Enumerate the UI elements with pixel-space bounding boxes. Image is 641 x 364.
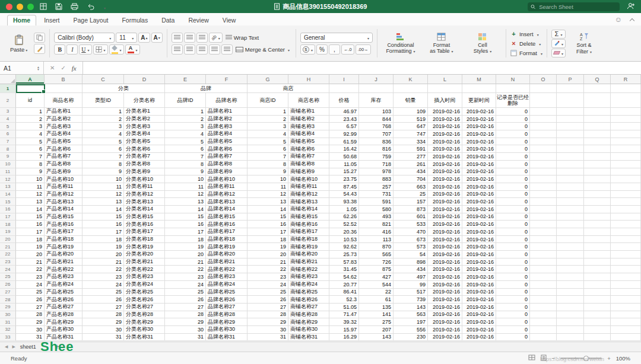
cell[interactable]: 157 [394, 198, 428, 206]
cell[interactable]: 分类名称24 [124, 281, 165, 289]
cell[interactable]: 2019-02-16 [428, 168, 462, 176]
cell[interactable]: 16 [165, 221, 206, 228]
cell[interactable]: 27 [247, 304, 288, 311]
cell[interactable]: 分类名称5 [124, 138, 165, 146]
cell[interactable] [611, 289, 641, 296]
cell[interactable] [611, 296, 641, 304]
cell[interactable]: 产品名称17 [45, 228, 82, 236]
cell[interactable]: 25 [165, 289, 206, 296]
cell[interactable] [557, 228, 584, 236]
cell[interactable] [530, 161, 557, 168]
cell[interactable]: 92.99 [329, 130, 359, 138]
cell[interactable]: 12 [247, 191, 288, 199]
format-cells-button[interactable]: Format [510, 49, 542, 58]
cell[interactable]: 商铺名称11 [288, 183, 329, 191]
cell[interactable]: 2019-02-16 [428, 221, 462, 228]
font-size-select[interactable]: 11 [116, 33, 137, 43]
cell[interactable]: 商铺名称16 [288, 221, 329, 228]
cell[interactable]: 9 [247, 168, 288, 176]
cell[interactable]: 9 [16, 168, 45, 176]
cell[interactable]: 647 [394, 123, 428, 130]
cell[interactable]: 产品名称11 [45, 183, 82, 191]
cell[interactable]: 分类名称20 [124, 251, 165, 258]
cell[interactable]: 2019-02-16 [428, 326, 462, 334]
cell[interactable]: 2019-02-16 [462, 168, 496, 176]
cell[interactable]: 2019-02-16 [428, 108, 462, 116]
row-number[interactable]: 28 [0, 296, 16, 304]
cell[interactable]: 品牌名称17 [206, 228, 247, 236]
undo-button[interactable] [87, 3, 94, 10]
cell[interactable]: 16 [82, 221, 124, 228]
cell[interactable]: 产品名称27 [45, 304, 82, 311]
cell[interactable]: 品牌名称27 [206, 304, 247, 311]
cell[interactable] [359, 84, 394, 93]
prev-sheet-button[interactable]: ◀ [5, 344, 8, 349]
cell[interactable]: 2019-02-16 [462, 130, 496, 138]
cell[interactable]: 25 [394, 191, 428, 199]
cell[interactable]: 2019-02-16 [428, 153, 462, 161]
cell[interactable] [611, 213, 641, 221]
column-header-M[interactable]: M [462, 75, 496, 84]
cell[interactable]: 103 [359, 108, 394, 116]
cell[interactable]: 14 [16, 206, 45, 213]
cell[interactable] [557, 191, 584, 199]
cell[interactable]: 商铺名称29 [288, 318, 329, 326]
cell[interactable]: 20 [16, 251, 45, 258]
cell[interactable]: 30 [82, 326, 124, 334]
cell[interactable]: 0 [496, 266, 530, 273]
cell[interactable] [530, 84, 557, 93]
cell[interactable]: 135 [359, 304, 394, 311]
cell[interactable]: 0 [496, 108, 530, 116]
cell[interactable]: 产品名称10 [45, 175, 82, 183]
cell[interactable]: 2019-02-16 [428, 243, 462, 251]
cell[interactable]: 商铺名称1 [288, 108, 329, 116]
cell[interactable]: 品牌名称15 [206, 213, 247, 221]
cell[interactable]: 分类名称15 [124, 213, 165, 221]
cell[interactable]: 商铺名称24 [288, 281, 329, 289]
cell[interactable] [584, 251, 611, 258]
cell[interactable] [530, 251, 557, 258]
cell[interactable]: 26 [165, 296, 206, 304]
cell[interactable]: 71.47 [329, 311, 359, 319]
cell[interactable]: 591 [359, 198, 394, 206]
cell[interactable]: 50.68 [329, 153, 359, 161]
cell[interactable]: 99 [394, 281, 428, 289]
cell[interactable]: 商店名称 [288, 93, 329, 108]
row-number[interactable]: 30 [0, 311, 16, 319]
cell[interactable]: 23 [247, 273, 288, 281]
cell[interactable]: 0 [496, 228, 530, 236]
cell[interactable]: 分类名称17 [124, 228, 165, 236]
cell[interactable] [584, 228, 611, 236]
add-sheet-button[interactable]: + [52, 343, 63, 351]
feedback-smiley-icon[interactable]: ☺ [615, 15, 622, 24]
cell[interactable]: 13 [16, 198, 45, 206]
cell[interactable] [530, 228, 557, 236]
cell[interactable]: 13 [247, 198, 288, 206]
cell[interactable] [584, 334, 611, 341]
row-number[interactable]: 17 [0, 213, 16, 221]
font-name-select[interactable]: Calibri (Body) [54, 33, 115, 43]
row-number[interactable]: 9 [0, 153, 16, 161]
align-top-button[interactable] [172, 44, 183, 55]
cell[interactable]: 23 [16, 273, 45, 281]
cell[interactable]: 718 [359, 161, 394, 168]
cell[interactable] [530, 145, 557, 153]
cell[interactable]: 0 [496, 221, 530, 228]
search-sheet-input[interactable] [538, 3, 617, 11]
cell[interactable] [611, 251, 641, 258]
cell[interactable] [584, 84, 611, 93]
cell[interactable]: 0 [496, 168, 530, 176]
cell[interactable]: 2019-02-16 [462, 236, 496, 244]
cell[interactable]: 30 [165, 326, 206, 334]
cell[interactable] [611, 168, 641, 176]
currency-button[interactable]: $ [300, 44, 315, 55]
cell[interactable]: 2019-02-16 [462, 334, 496, 341]
cell[interactable]: 8 [247, 161, 288, 168]
cell[interactable]: 12 [16, 191, 45, 199]
cell[interactable]: 商铺名称22 [288, 266, 329, 273]
cell[interactable]: 2019-02-16 [428, 289, 462, 296]
cell[interactable]: 2019-02-16 [462, 145, 496, 153]
cell[interactable] [584, 138, 611, 146]
column-header-J[interactable]: J [359, 75, 394, 84]
cell[interactable]: 品牌名称3 [206, 123, 247, 130]
